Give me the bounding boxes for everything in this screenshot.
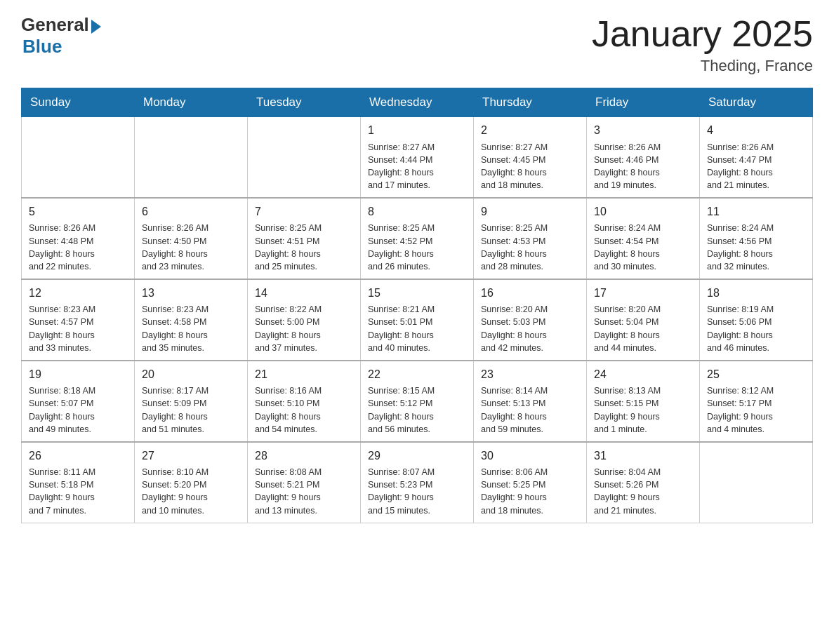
day-info: Sunrise: 8:13 AM Sunset: 5:15 PM Dayligh… (594, 384, 692, 436)
day-info: Sunrise: 8:26 AM Sunset: 4:46 PM Dayligh… (594, 141, 692, 192)
day-info: Sunrise: 8:26 AM Sunset: 4:48 PM Dayligh… (29, 222, 127, 273)
day-number: 7 (255, 204, 353, 220)
page-header: General Blue January 2025 Theding, Franc… (21, 14, 813, 75)
day-info: Sunrise: 8:17 AM Sunset: 5:09 PM Dayligh… (142, 384, 240, 436)
day-number: 12 (29, 286, 127, 301)
day-number: 14 (255, 286, 353, 301)
day-number: 16 (481, 286, 579, 301)
day-info: Sunrise: 8:11 AM Sunset: 5:18 PM Dayligh… (29, 466, 127, 517)
day-number: 21 (255, 367, 353, 382)
day-info: Sunrise: 8:23 AM Sunset: 4:57 PM Dayligh… (29, 303, 127, 354)
calendar-cell: 4Sunrise: 8:26 AM Sunset: 4:47 PM Daylig… (700, 117, 813, 198)
day-info: Sunrise: 8:25 AM Sunset: 4:53 PM Dayligh… (481, 222, 579, 273)
calendar-cell: 13Sunrise: 8:23 AM Sunset: 4:58 PM Dayli… (135, 279, 248, 361)
calendar-cell: 5Sunrise: 8:26 AM Sunset: 4:48 PM Daylig… (22, 198, 135, 279)
day-of-week-tuesday: Tuesday (248, 88, 361, 117)
calendar-cell: 3Sunrise: 8:26 AM Sunset: 4:46 PM Daylig… (587, 117, 700, 198)
day-number: 31 (594, 448, 692, 464)
calendar-cell: 25Sunrise: 8:12 AM Sunset: 5:17 PM Dayli… (700, 361, 813, 442)
calendar-header-row: SundayMondayTuesdayWednesdayThursdayFrid… (22, 88, 813, 117)
calendar-week-5: 26Sunrise: 8:11 AM Sunset: 5:18 PM Dayli… (22, 442, 813, 523)
day-info: Sunrise: 8:24 AM Sunset: 4:56 PM Dayligh… (707, 222, 805, 273)
day-number: 20 (142, 367, 240, 382)
day-number: 30 (481, 448, 579, 464)
day-number: 15 (368, 286, 466, 301)
day-of-week-sunday: Sunday (22, 88, 135, 117)
day-info: Sunrise: 8:24 AM Sunset: 4:54 PM Dayligh… (594, 222, 692, 273)
day-number: 19 (29, 367, 127, 382)
calendar-cell: 30Sunrise: 8:06 AM Sunset: 5:25 PM Dayli… (474, 442, 587, 523)
day-info: Sunrise: 8:20 AM Sunset: 5:03 PM Dayligh… (481, 303, 579, 354)
calendar-cell: 7Sunrise: 8:25 AM Sunset: 4:51 PM Daylig… (248, 198, 361, 279)
day-number: 10 (594, 204, 692, 220)
day-info: Sunrise: 8:14 AM Sunset: 5:13 PM Dayligh… (481, 384, 579, 436)
day-number: 1 (368, 123, 466, 138)
day-number: 18 (707, 286, 805, 301)
day-of-week-friday: Friday (587, 88, 700, 117)
day-info: Sunrise: 8:18 AM Sunset: 5:07 PM Dayligh… (29, 384, 127, 436)
calendar-cell: 6Sunrise: 8:26 AM Sunset: 4:50 PM Daylig… (135, 198, 248, 279)
day-number: 28 (255, 448, 353, 464)
calendar-cell: 2Sunrise: 8:27 AM Sunset: 4:45 PM Daylig… (474, 117, 587, 198)
day-info: Sunrise: 8:06 AM Sunset: 5:25 PM Dayligh… (481, 466, 579, 517)
day-number: 17 (594, 286, 692, 301)
day-info: Sunrise: 8:16 AM Sunset: 5:10 PM Dayligh… (255, 384, 353, 436)
day-number: 29 (368, 448, 466, 464)
day-number: 2 (481, 123, 579, 138)
logo-blue-text: Blue (22, 36, 62, 58)
day-number: 26 (29, 448, 127, 464)
day-info: Sunrise: 8:25 AM Sunset: 4:51 PM Dayligh… (255, 222, 353, 273)
day-number: 25 (707, 367, 805, 382)
day-of-week-saturday: Saturday (700, 88, 813, 117)
calendar-week-1: 1Sunrise: 8:27 AM Sunset: 4:44 PM Daylig… (22, 117, 813, 198)
calendar-week-2: 5Sunrise: 8:26 AM Sunset: 4:48 PM Daylig… (22, 198, 813, 279)
calendar-cell: 11Sunrise: 8:24 AM Sunset: 4:56 PM Dayli… (700, 198, 813, 279)
calendar-cell: 28Sunrise: 8:08 AM Sunset: 5:21 PM Dayli… (248, 442, 361, 523)
calendar-cell: 20Sunrise: 8:17 AM Sunset: 5:09 PM Dayli… (135, 361, 248, 442)
day-of-week-monday: Monday (135, 88, 248, 117)
day-info: Sunrise: 8:04 AM Sunset: 5:26 PM Dayligh… (594, 466, 692, 517)
calendar-week-4: 19Sunrise: 8:18 AM Sunset: 5:07 PM Dayli… (22, 361, 813, 442)
day-info: Sunrise: 8:23 AM Sunset: 4:58 PM Dayligh… (142, 303, 240, 354)
day-number: 9 (481, 204, 579, 220)
page-title: January 2025 (592, 14, 813, 54)
calendar-cell: 1Sunrise: 8:27 AM Sunset: 4:44 PM Daylig… (361, 117, 474, 198)
calendar-cell: 31Sunrise: 8:04 AM Sunset: 5:26 PM Dayli… (587, 442, 700, 523)
day-number: 27 (142, 448, 240, 464)
logo-arrow-icon (91, 20, 101, 34)
calendar-week-3: 12Sunrise: 8:23 AM Sunset: 4:57 PM Dayli… (22, 279, 813, 361)
day-info: Sunrise: 8:25 AM Sunset: 4:52 PM Dayligh… (368, 222, 466, 273)
day-info: Sunrise: 8:26 AM Sunset: 4:50 PM Dayligh… (142, 222, 240, 273)
calendar-cell: 27Sunrise: 8:10 AM Sunset: 5:20 PM Dayli… (135, 442, 248, 523)
calendar-cell: 21Sunrise: 8:16 AM Sunset: 5:10 PM Dayli… (248, 361, 361, 442)
day-number: 24 (594, 367, 692, 382)
day-number: 4 (707, 123, 805, 138)
calendar-cell: 8Sunrise: 8:25 AM Sunset: 4:52 PM Daylig… (361, 198, 474, 279)
calendar-cell: 18Sunrise: 8:19 AM Sunset: 5:06 PM Dayli… (700, 279, 813, 361)
day-number: 6 (142, 204, 240, 220)
day-of-week-thursday: Thursday (474, 88, 587, 117)
day-number: 23 (481, 367, 579, 382)
day-number: 11 (707, 204, 805, 220)
logo-general-text: General (21, 14, 89, 36)
calendar-cell: 24Sunrise: 8:13 AM Sunset: 5:15 PM Dayli… (587, 361, 700, 442)
calendar-table: SundayMondayTuesdayWednesdayThursdayFrid… (21, 88, 813, 523)
calendar-cell: 9Sunrise: 8:25 AM Sunset: 4:53 PM Daylig… (474, 198, 587, 279)
day-info: Sunrise: 8:12 AM Sunset: 5:17 PM Dayligh… (707, 384, 805, 436)
logo: General Blue (21, 14, 101, 58)
calendar-cell (700, 442, 813, 523)
title-section: January 2025 Theding, France (592, 14, 813, 75)
calendar-cell: 29Sunrise: 8:07 AM Sunset: 5:23 PM Dayli… (361, 442, 474, 523)
day-number: 5 (29, 204, 127, 220)
calendar-cell (248, 117, 361, 198)
page-subtitle: Theding, France (592, 57, 813, 75)
day-info: Sunrise: 8:07 AM Sunset: 5:23 PM Dayligh… (368, 466, 466, 517)
day-of-week-wednesday: Wednesday (361, 88, 474, 117)
calendar-cell: 16Sunrise: 8:20 AM Sunset: 5:03 PM Dayli… (474, 279, 587, 361)
day-info: Sunrise: 8:26 AM Sunset: 4:47 PM Dayligh… (707, 141, 805, 192)
day-number: 22 (368, 367, 466, 382)
calendar-cell: 12Sunrise: 8:23 AM Sunset: 4:57 PM Dayli… (22, 279, 135, 361)
calendar-cell: 23Sunrise: 8:14 AM Sunset: 5:13 PM Dayli… (474, 361, 587, 442)
calendar-cell: 14Sunrise: 8:22 AM Sunset: 5:00 PM Dayli… (248, 279, 361, 361)
day-info: Sunrise: 8:27 AM Sunset: 4:45 PM Dayligh… (481, 141, 579, 192)
